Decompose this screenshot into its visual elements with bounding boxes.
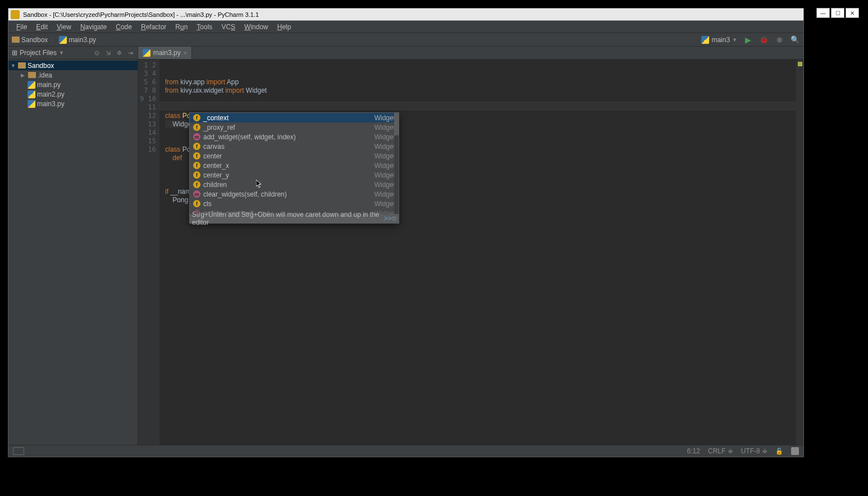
run-button[interactable]: ▶ <box>743 35 753 45</box>
maximize-button[interactable]: ☐ <box>831 8 844 18</box>
expand-arrow-icon[interactable]: ▼ <box>11 63 16 69</box>
sidebar-title[interactable]: ⊞ Project Files ▼ <box>12 49 93 57</box>
tool-window-button[interactable] <box>13 447 24 455</box>
menu-edit[interactable]: Edit <box>31 22 52 32</box>
menu-window[interactable]: Window <box>240 22 273 32</box>
collapse-all-button[interactable]: ⇲ <box>104 49 112 57</box>
titlebar: Sandbox - [C:\Users\cryzed\PycharmProjec… <box>8 8 803 21</box>
breadcrumb-root[interactable]: Sandbox <box>12 36 48 44</box>
completion-item[interactable]: f cls Widget <box>190 199 399 208</box>
readonly-toggle[interactable]: 🔓 <box>775 448 783 455</box>
field-icon: f <box>193 171 200 179</box>
field-icon: f <box>193 162 200 169</box>
hint-link[interactable]: >> <box>384 215 392 222</box>
completion-item[interactable]: f _context Widget <box>190 113 399 122</box>
line-separator[interactable]: CRLF ≑ <box>708 447 733 455</box>
menu-navigate[interactable]: Navigate <box>76 22 111 32</box>
tree-file[interactable]: main3.py <box>8 99 138 108</box>
stop-button[interactable]: ⊗ <box>774 35 784 45</box>
completion-item[interactable]: m clear_widgets(self, children) Widget <box>190 189 399 199</box>
folder-icon <box>12 37 20 43</box>
navbar: Sandbox 〉 main3.py main3 ▼ ▶ 🐞 ⊗ 🔍 <box>8 33 803 47</box>
sidebar-title-label: Project Files <box>20 49 57 57</box>
minimize-button[interactable]: — <box>816 8 830 18</box>
hide-button[interactable]: ⇥ <box>126 49 134 57</box>
completion-label: children <box>203 181 374 189</box>
completion-label: collide_point(self, x, y) <box>203 210 374 215</box>
tree-item-label: .idea <box>38 71 52 79</box>
project-tree: ▼ Sandbox ▶ .idea main.py main2.py <box>8 60 138 110</box>
completion-item[interactable]: f canvas Widget <box>190 142 399 151</box>
method-icon: m <box>193 210 200 214</box>
run-config-selector[interactable]: main3 ▼ <box>701 36 737 44</box>
menu-run[interactable]: Run <box>171 22 192 32</box>
scrollbar-thumb[interactable] <box>394 113 399 135</box>
tree-root-label: Sandbox <box>28 62 54 70</box>
pi-icon: π <box>392 215 396 222</box>
completion-type: Widget <box>374 190 395 198</box>
breadcrumb-separator: 〉 <box>50 35 57 44</box>
completion-item[interactable]: m add_widget(self, widget, index) Widget <box>190 132 399 142</box>
inspection-marker[interactable] <box>798 62 802 66</box>
window-controls: — ☐ ✕ <box>816 8 859 18</box>
tree-root[interactable]: ▼ Sandbox <box>8 61 138 70</box>
completion-label: cls <box>203 200 374 208</box>
completion-item[interactable]: f center Widget <box>190 151 399 161</box>
caret-position: 6:12 <box>687 447 700 455</box>
code-completion-popup[interactable]: f _context Widget f _proxy_ref Widget m … <box>189 112 399 224</box>
line-gutter: 1 2 3 4 5 6 7 8 9 10 11 12 13 14 15 16 <box>138 60 159 445</box>
file-encoding[interactable]: UTF-8 ≑ <box>741 447 768 455</box>
completion-type: Widget <box>374 133 395 141</box>
completion-type: Widget <box>374 162 395 170</box>
menu-view[interactable]: View <box>52 22 76 32</box>
project-sidebar: ⊞ Project Files ▼ ⊙ ⇲ ✲ ⇥ ▼ Sandbox <box>8 47 138 445</box>
menubar: File Edit View Navigate Code Refactor Ru… <box>8 21 803 33</box>
field-icon: f <box>193 152 200 160</box>
menu-refactor[interactable]: Refactor <box>136 22 171 32</box>
project-icon: ⊞ <box>12 49 17 57</box>
tab-label: main3.py <box>153 49 181 57</box>
completion-type: Widget <box>374 210 395 215</box>
completion-type: Widget <box>374 171 395 179</box>
completion-item[interactable]: f _proxy_ref Widget <box>190 122 399 132</box>
menu-code[interactable]: Code <box>111 22 136 32</box>
tree-file[interactable]: main2.py <box>8 89 138 99</box>
method-icon: m <box>193 133 200 140</box>
field-icon: f <box>193 200 200 207</box>
completion-item[interactable]: m collide_point(self, x, y) Widget <box>190 208 399 214</box>
completion-type: Widget <box>374 143 395 151</box>
hector-icon[interactable] <box>791 447 799 455</box>
completion-item[interactable]: f children Widget <box>190 180 399 189</box>
breadcrumb-file[interactable]: main3.py <box>59 36 96 44</box>
completion-hint: Strg+Unten and Strg+Oben will move caret… <box>190 214 399 223</box>
python-icon <box>28 100 35 108</box>
completion-list[interactable]: f _context Widget f _proxy_ref Widget m … <box>190 113 399 214</box>
search-button[interactable]: 🔍 <box>790 35 800 45</box>
scroll-from-source-button[interactable]: ⊙ <box>93 49 100 57</box>
dropdown-arrow-icon: ▼ <box>59 50 64 56</box>
completion-label: center_y <box>203 171 374 179</box>
completion-type: Widget <box>374 124 395 131</box>
menu-vcs[interactable]: VCS <box>217 22 240 32</box>
popup-scrollbar[interactable] <box>394 113 399 214</box>
tree-folder-idea[interactable]: ▶ .idea <box>8 70 138 80</box>
completion-label: canvas <box>203 143 374 151</box>
completion-item[interactable]: f center_x Widget <box>190 161 399 170</box>
editor-tab[interactable]: main3.py × <box>138 47 192 59</box>
close-icon[interactable]: × <box>184 49 187 56</box>
close-button[interactable]: ✕ <box>846 8 859 18</box>
field-icon: f <box>193 143 200 150</box>
completion-item[interactable]: f center_y Widget <box>190 170 399 180</box>
tree-file[interactable]: main.py <box>8 80 138 89</box>
menu-help[interactable]: Help <box>273 22 296 32</box>
completion-type: Widget <box>374 114 395 122</box>
editor-right-gutter <box>796 60 803 445</box>
menu-tools[interactable]: Tools <box>192 22 217 32</box>
menu-file[interactable]: File <box>12 22 31 32</box>
completion-type: Widget <box>374 200 395 208</box>
python-icon <box>59 36 67 44</box>
settings-button[interactable]: ✲ <box>115 49 123 57</box>
breadcrumb: Sandbox 〉 main3.py <box>12 35 96 44</box>
expand-arrow-icon[interactable]: ▶ <box>21 72 26 78</box>
debug-button[interactable]: 🐞 <box>759 35 769 45</box>
